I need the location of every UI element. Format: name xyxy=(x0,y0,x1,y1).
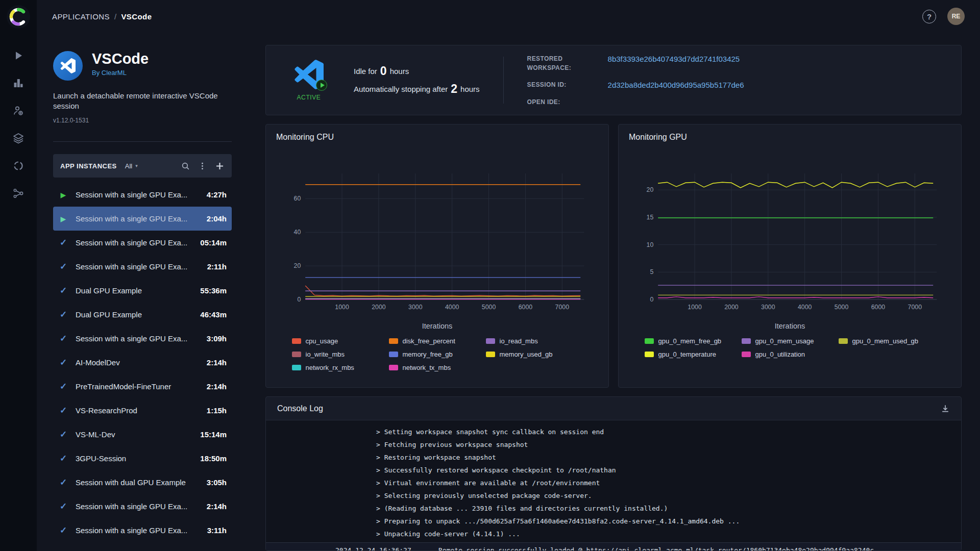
legend-item[interactable]: gpu_0_mem_free_gb xyxy=(645,337,742,345)
check-icon: ✓ xyxy=(58,381,68,392)
nav-pipelines-icon[interactable] xyxy=(12,159,25,172)
legend-label: disk_free_percent xyxy=(403,337,455,345)
legend-swatch xyxy=(742,338,751,344)
svg-text:3000: 3000 xyxy=(408,304,423,311)
list-item[interactable]: ✓VS-ML-Dev15:14m xyxy=(53,422,232,446)
list-item[interactable]: ✓Session with a single GPU Exa...3:11h xyxy=(53,518,232,542)
nav-launch-icon[interactable] xyxy=(12,49,25,62)
instances-toolbar: APP INSTANCES All ▾ xyxy=(53,154,232,178)
legend-item[interactable]: network_rx_mbs xyxy=(292,364,389,371)
clearml-logo[interactable] xyxy=(7,5,30,29)
list-item[interactable]: ✓Session with a single GPU Exa...2:14h xyxy=(53,494,232,518)
check-icon: ✓ xyxy=(58,237,68,248)
legend-item[interactable]: io_write_mbs xyxy=(292,350,389,358)
check-icon: ✓ xyxy=(58,309,68,320)
avatar[interactable]: RE xyxy=(947,8,965,25)
legend-swatch xyxy=(292,365,301,370)
list-item[interactable]: ✓Session with a single GPU Exa...05:14m xyxy=(53,231,232,255)
list-item[interactable]: ✓Dual GPU Example46:43m xyxy=(53,303,232,327)
breadcrumb-applications[interactable]: APPLICATIONS xyxy=(52,12,110,21)
legend-swatch xyxy=(742,352,751,357)
svg-text:20: 20 xyxy=(294,262,301,269)
list-item[interactable]: ✓Dual GPU Example55:36m xyxy=(53,279,232,303)
list-item[interactable]: ✓Session with a single GPU Exa...2:11h xyxy=(53,255,232,279)
instance-name: Session with dual GPU Example xyxy=(76,478,200,487)
legend-item[interactable]: network_tx_mbs xyxy=(389,364,486,371)
filter-value: All xyxy=(125,162,132,170)
check-icon: ✓ xyxy=(58,549,68,551)
add-instance-button[interactable] xyxy=(215,161,225,171)
nav-orchestration-icon[interactable] xyxy=(12,187,25,200)
log-message: > Selecting previously unselected packag… xyxy=(376,492,592,499)
download-icon[interactable] xyxy=(941,404,950,413)
legend-item[interactable]: gpu_0_mem_used_gb xyxy=(839,337,936,345)
legend-item[interactable]: io_read_mbs xyxy=(486,337,583,345)
instance-duration: 2:04h xyxy=(207,214,227,223)
list-item[interactable]: ✓Session with dual GPU Example3:05h xyxy=(53,470,232,494)
legend-swatch xyxy=(292,338,301,344)
chevron-down-icon: ▾ xyxy=(135,163,138,168)
svg-text:4000: 4000 xyxy=(798,304,812,311)
restored-workspace-label: RESTORED WORKSPACE: xyxy=(527,54,595,72)
check-icon: ✓ xyxy=(58,429,68,440)
instance-duration: 3:05h xyxy=(207,478,227,487)
log-line: > Unpacking code-server (4.14.1) ... xyxy=(266,528,961,540)
instance-name: Dual GPU Example xyxy=(76,310,193,319)
legend-item[interactable]: disk_free_percent xyxy=(389,337,486,345)
cpu-monitor-card: Monitoring CPU 0204060100020003000400050… xyxy=(265,124,609,388)
console-body[interactable]: > Setting workspace snapshot sync callba… xyxy=(266,420,961,550)
list-item[interactable]: ✓Session with a single GPU Exa...2:22h xyxy=(53,542,232,551)
legend-item[interactable]: memory_free_gb xyxy=(389,350,486,358)
app-description: Launch a detachable remote interactive V… xyxy=(53,91,232,111)
kebab-menu-icon[interactable] xyxy=(198,162,207,170)
nav-workers-icon[interactable] xyxy=(12,104,25,117)
svg-text:1000: 1000 xyxy=(688,304,702,311)
instance-name: VS-ResearchProd xyxy=(76,406,200,415)
svg-text:10: 10 xyxy=(647,241,654,248)
list-item[interactable]: ✓Session with a single GPU Exa...3:09h xyxy=(53,327,232,350)
legend-item[interactable]: gpu_0_temperature xyxy=(645,350,742,358)
svg-text:2000: 2000 xyxy=(724,304,739,311)
instances-filter-dropdown[interactable]: All ▾ xyxy=(125,162,138,170)
monitoring-charts: Monitoring CPU 0204060100020003000400050… xyxy=(265,124,962,388)
svg-text:6000: 6000 xyxy=(519,304,533,311)
search-icon[interactable] xyxy=(181,162,190,170)
legend-item[interactable]: memory_used_gb xyxy=(486,350,583,358)
instance-duration: 05:14m xyxy=(200,238,227,247)
list-item[interactable]: ✓PreTrainedModel-FineTuner2:14h xyxy=(53,374,232,398)
check-icon: ✓ xyxy=(58,501,68,512)
help-glyph: ? xyxy=(927,12,932,21)
list-item[interactable]: ✓AI-ModelDev2:14h xyxy=(53,350,232,374)
restored-workspace-value: 8b3f3393e26b407493d7dd2741f03425 xyxy=(608,54,744,64)
legend-item[interactable]: gpu_0_utilization xyxy=(742,350,839,358)
help-icon[interactable]: ? xyxy=(922,10,936,23)
check-icon: ✓ xyxy=(58,333,68,344)
instance-name: Session with a single GPU Exa... xyxy=(76,334,200,343)
nav-datasets-icon[interactable] xyxy=(12,132,25,145)
legend-item[interactable]: cpu_usage xyxy=(292,337,389,345)
session-id-value: 2d32ba8ded2b400d96d95a95b5177de6 xyxy=(608,80,744,90)
nav-projects-icon[interactable] xyxy=(12,77,25,90)
idle-text: Idle for 0 hours xyxy=(354,64,480,78)
legend-item[interactable]: gpu_0_mem_usage xyxy=(742,337,839,345)
x-axis-label: Iterations xyxy=(276,322,598,330)
list-item[interactable]: ✓VS-ResearchProd1:15h xyxy=(53,398,232,422)
app-byline-link[interactable]: By ClearML xyxy=(92,69,149,77)
log-message: > (Reading database ... 23910 files and … xyxy=(376,505,668,512)
instance-name: Dual GPU Example xyxy=(76,286,193,295)
legend-label: gpu_0_mem_free_gb xyxy=(658,337,722,345)
svg-text:1000: 1000 xyxy=(335,304,349,311)
breadcrumb-separator: / xyxy=(114,12,117,21)
svg-text:5: 5 xyxy=(650,268,653,276)
instance-duration: 3:11h xyxy=(207,526,227,535)
app-version: v1.12.0-1531 xyxy=(53,117,232,124)
list-item[interactable]: ▶Session with a single GPU Exa...4:27h xyxy=(53,183,232,207)
list-item[interactable]: ▶Session with a single GPU Exa...2:04h xyxy=(53,207,232,231)
gpu-chart: 051015201000200030004000500060007000 xyxy=(629,144,951,320)
log-message: > Fetching previous workspace snapshot xyxy=(376,441,528,448)
log-line: > Restoring workspace snapshot xyxy=(266,451,961,464)
log-message: > Preparing to unpack .../500d625af75a6f… xyxy=(376,517,740,525)
log-message: > Unpacking code-server (4.14.1) ... xyxy=(376,530,520,538)
list-item[interactable]: ✓3GPU-Session18:50m xyxy=(53,446,232,470)
instance-name: Session with a single GPU Exa... xyxy=(76,526,200,535)
